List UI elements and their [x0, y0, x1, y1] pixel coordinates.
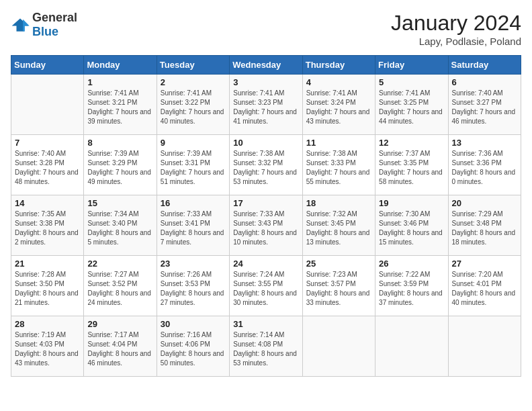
calendar-cell: [375, 316, 448, 377]
day-number: 25: [306, 259, 371, 269]
day-info: Sunrise: 7:16 AMSunset: 4:06 PMDaylight:…: [161, 330, 226, 368]
day-info: Sunrise: 7:40 AMSunset: 3:27 PMDaylight:…: [452, 89, 517, 126]
day-number: 28: [15, 319, 80, 329]
col-sunday: Sunday: [11, 56, 84, 75]
title-area: January 2024 Lapy, Podlasie, Poland: [391, 11, 521, 47]
day-info: Sunrise: 7:35 AMSunset: 3:38 PMDaylight:…: [15, 210, 80, 247]
calendar-cell: 13Sunrise: 7:36 AMSunset: 3:36 PMDayligh…: [448, 135, 521, 195]
day-number: 6: [452, 77, 517, 87]
logo-blue: Blue: [32, 25, 58, 38]
day-info: Sunrise: 7:41 AMSunset: 3:22 PMDaylight:…: [161, 89, 226, 126]
calendar-cell: 14Sunrise: 7:35 AMSunset: 3:38 PMDayligh…: [11, 195, 84, 256]
header-row: Sunday Monday Tuesday Wednesday Thursday…: [11, 56, 521, 75]
calendar-cell: 20Sunrise: 7:29 AMSunset: 3:48 PMDayligh…: [448, 195, 521, 256]
day-number: 1: [87, 77, 152, 87]
day-number: 26: [379, 259, 444, 269]
day-info: Sunrise: 7:24 AMSunset: 3:55 PMDaylight:…: [233, 270, 298, 308]
week-row-4: 21Sunrise: 7:28 AMSunset: 3:50 PMDayligh…: [11, 256, 521, 316]
day-info: Sunrise: 7:22 AMSunset: 3:59 PMDaylight:…: [379, 270, 444, 308]
calendar-cell: [11, 75, 84, 135]
day-number: 30: [161, 319, 226, 329]
calendar-cell: 17Sunrise: 7:33 AMSunset: 3:43 PMDayligh…: [230, 195, 302, 256]
day-number: 14: [15, 198, 80, 208]
calendar-cell: 2Sunrise: 7:41 AMSunset: 3:22 PMDaylight…: [157, 75, 229, 135]
day-info: Sunrise: 7:33 AMSunset: 3:43 PMDaylight:…: [233, 210, 298, 247]
day-info: Sunrise: 7:19 AMSunset: 4:03 PMDaylight:…: [15, 330, 80, 368]
day-info: Sunrise: 7:37 AMSunset: 3:35 PMDaylight:…: [379, 149, 444, 187]
month-title: January 2024: [391, 11, 521, 36]
day-info: Sunrise: 7:17 AMSunset: 4:04 PMDaylight:…: [87, 330, 152, 368]
calendar-cell: 24Sunrise: 7:24 AMSunset: 3:55 PMDayligh…: [230, 256, 302, 316]
calendar-cell: 5Sunrise: 7:41 AMSunset: 3:25 PMDaylight…: [375, 75, 448, 135]
day-number: 11: [306, 138, 371, 148]
col-tuesday: Tuesday: [157, 56, 229, 75]
calendar-cell: 4Sunrise: 7:41 AMSunset: 3:24 PMDaylight…: [302, 75, 375, 135]
day-info: Sunrise: 7:41 AMSunset: 3:24 PMDaylight:…: [306, 89, 371, 126]
day-number: 5: [379, 77, 444, 87]
calendar-cell: 18Sunrise: 7:32 AMSunset: 3:45 PMDayligh…: [302, 195, 375, 256]
col-wednesday: Wednesday: [230, 56, 302, 75]
col-monday: Monday: [84, 56, 157, 75]
calendar-cell: [448, 316, 521, 377]
calendar-cell: 28Sunrise: 7:19 AMSunset: 4:03 PMDayligh…: [11, 316, 84, 377]
calendar-cell: 27Sunrise: 7:20 AMSunset: 4:01 PMDayligh…: [448, 256, 521, 316]
calendar-cell: [302, 316, 375, 377]
calendar-cell: 21Sunrise: 7:28 AMSunset: 3:50 PMDayligh…: [11, 256, 84, 316]
day-info: Sunrise: 7:20 AMSunset: 4:01 PMDaylight:…: [452, 270, 517, 308]
calendar-cell: 9Sunrise: 7:39 AMSunset: 3:31 PMDaylight…: [157, 135, 229, 195]
calendar-cell: 15Sunrise: 7:34 AMSunset: 3:40 PMDayligh…: [84, 195, 157, 256]
calendar-cell: 26Sunrise: 7:22 AMSunset: 3:59 PMDayligh…: [375, 256, 448, 316]
day-info: Sunrise: 7:38 AMSunset: 3:32 PMDaylight:…: [233, 149, 298, 187]
day-number: 23: [161, 259, 226, 269]
day-info: Sunrise: 7:14 AMSunset: 4:08 PMDaylight:…: [233, 330, 298, 368]
calendar-cell: 19Sunrise: 7:30 AMSunset: 3:46 PMDayligh…: [375, 195, 448, 256]
week-row-3: 14Sunrise: 7:35 AMSunset: 3:38 PMDayligh…: [11, 195, 521, 256]
location-title: Lapy, Podlasie, Poland: [391, 36, 521, 47]
day-number: 27: [452, 259, 517, 269]
day-info: Sunrise: 7:39 AMSunset: 3:29 PMDaylight:…: [87, 149, 152, 187]
day-number: 19: [379, 198, 444, 208]
calendar-cell: 16Sunrise: 7:33 AMSunset: 3:41 PMDayligh…: [157, 195, 229, 256]
calendar-cell: 7Sunrise: 7:40 AMSunset: 3:28 PMDaylight…: [11, 135, 84, 195]
day-info: Sunrise: 7:23 AMSunset: 3:57 PMDaylight:…: [306, 270, 371, 308]
calendar-cell: 30Sunrise: 7:16 AMSunset: 4:06 PMDayligh…: [157, 316, 229, 377]
day-info: Sunrise: 7:36 AMSunset: 3:36 PMDaylight:…: [452, 149, 517, 187]
calendar-cell: 1Sunrise: 7:41 AMSunset: 3:21 PMDaylight…: [84, 75, 157, 135]
week-row-2: 7Sunrise: 7:40 AMSunset: 3:28 PMDaylight…: [11, 135, 521, 195]
day-number: 2: [161, 77, 226, 87]
calendar-cell: 8Sunrise: 7:39 AMSunset: 3:29 PMDaylight…: [84, 135, 157, 195]
header: General Blue January 2024 Lapy, Podlasie…: [11, 11, 521, 47]
day-info: Sunrise: 7:26 AMSunset: 3:53 PMDaylight:…: [161, 270, 226, 308]
calendar-cell: 11Sunrise: 7:38 AMSunset: 3:33 PMDayligh…: [302, 135, 375, 195]
day-number: 29: [87, 319, 152, 329]
day-info: Sunrise: 7:33 AMSunset: 3:41 PMDaylight:…: [161, 210, 226, 247]
day-number: 18: [306, 198, 371, 208]
day-number: 8: [87, 138, 152, 148]
day-number: 16: [161, 198, 226, 208]
day-number: 22: [87, 259, 152, 269]
day-info: Sunrise: 7:30 AMSunset: 3:46 PMDaylight:…: [379, 210, 444, 247]
day-number: 15: [87, 198, 152, 208]
calendar-cell: 12Sunrise: 7:37 AMSunset: 3:35 PMDayligh…: [375, 135, 448, 195]
day-number: 3: [233, 77, 298, 87]
calendar-cell: 23Sunrise: 7:26 AMSunset: 3:53 PMDayligh…: [157, 256, 229, 316]
week-row-1: 1Sunrise: 7:41 AMSunset: 3:21 PMDaylight…: [11, 75, 521, 135]
logo-icon: [11, 17, 30, 32]
day-info: Sunrise: 7:41 AMSunset: 3:21 PMDaylight:…: [87, 89, 152, 126]
day-info: Sunrise: 7:40 AMSunset: 3:28 PMDaylight:…: [15, 149, 80, 187]
col-saturday: Saturday: [448, 56, 521, 75]
day-number: 13: [452, 138, 517, 148]
day-number: 24: [233, 259, 298, 269]
day-number: 9: [161, 138, 226, 148]
logo-general: General: [32, 11, 77, 24]
day-number: 4: [306, 77, 371, 87]
day-number: 20: [452, 198, 517, 208]
day-number: 7: [15, 138, 80, 148]
day-info: Sunrise: 7:38 AMSunset: 3:33 PMDaylight:…: [306, 149, 371, 187]
day-info: Sunrise: 7:39 AMSunset: 3:31 PMDaylight:…: [161, 149, 226, 187]
calendar-cell: 22Sunrise: 7:27 AMSunset: 3:52 PMDayligh…: [84, 256, 157, 316]
day-info: Sunrise: 7:29 AMSunset: 3:48 PMDaylight:…: [452, 210, 517, 247]
day-info: Sunrise: 7:27 AMSunset: 3:52 PMDaylight:…: [87, 270, 152, 308]
calendar-cell: 6Sunrise: 7:40 AMSunset: 3:27 PMDaylight…: [448, 75, 521, 135]
calendar-cell: 3Sunrise: 7:41 AMSunset: 3:23 PMDaylight…: [230, 75, 302, 135]
